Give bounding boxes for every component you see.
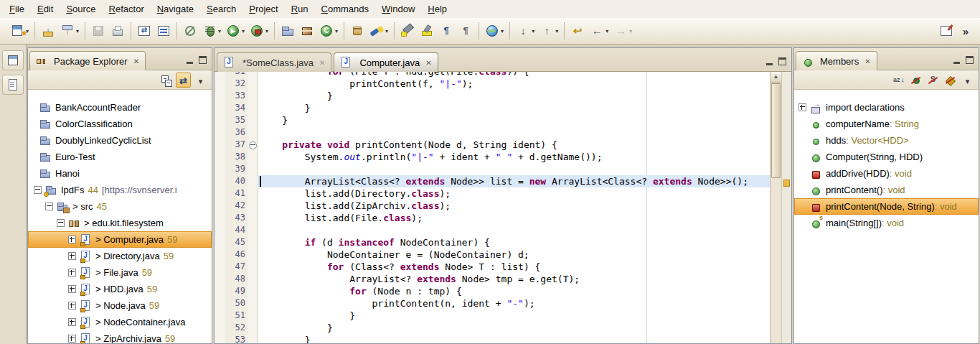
save-button[interactable] [89, 22, 108, 40]
code-line-34[interactable]: 34 } [215, 102, 770, 114]
show-formatting-button[interactable] [456, 22, 475, 40]
expander-plus-icon[interactable] [68, 236, 76, 243]
member-computername[interactable]: computerName : String [794, 116, 979, 132]
editor-scrollbar[interactable]: ▲ [770, 72, 781, 343]
new-package-button[interactable] [298, 22, 316, 40]
menu-refactor[interactable]: Refactor [103, 1, 151, 17]
menu-navigate[interactable]: Navigate [151, 1, 200, 17]
tree-item-ipdfs[interactable]: IpdFs44[https://svnserver.i [28, 182, 212, 198]
close-icon[interactable]: ✕ [319, 59, 325, 67]
mark-occurrences-button[interactable] [398, 22, 417, 40]
code-line-51[interactable]: 51 } [215, 310, 770, 322]
dropdown-arrow-icon[interactable]: ▾ [265, 28, 268, 34]
highlight-selection-button[interactable] [418, 22, 436, 40]
member-printcontent[interactable]: printContent() : void [794, 182, 979, 198]
code-line-41[interactable]: 41 list.add(Directory.class); [215, 187, 770, 200]
code-line-44[interactable]: 44 [215, 224, 770, 236]
link-with-editor-button[interactable] [176, 73, 191, 88]
hide-fields-button[interactable] [908, 73, 923, 88]
code-line-50[interactable]: 50 printContent(n, ident + "-"); [215, 297, 770, 310]
dropdown-arrow-icon[interactable]: ▾ [532, 28, 534, 34]
dropdown-arrow-icon[interactable]: ▾ [629, 28, 632, 34]
tree-item-computer-java[interactable]: > Computer.java59 [28, 231, 212, 248]
menu-help[interactable]: Help [421, 1, 453, 17]
expander-plus-icon[interactable] [68, 252, 76, 260]
code-line-48[interactable]: 48 ArrayList<? extends Node> tmp = e.get… [215, 273, 770, 285]
dropdown-arrow-icon[interactable]: ▾ [385, 28, 388, 34]
code-line-46[interactable]: 46 NodeContainer e = (NodeContainer) d; [215, 248, 770, 261]
member-main-string[interactable]: smain(String[]) : void [794, 215, 979, 231]
tree-item-hdd-java[interactable]: > HDD.java59 [28, 281, 212, 297]
external-tools-button[interactable]: ▾ [248, 22, 270, 40]
member-computer-string-hdd[interactable]: Computer(String, HDD) [794, 149, 979, 165]
run-button[interactable]: ▾ [224, 22, 247, 40]
expander-plus-icon[interactable] [68, 302, 76, 310]
scroll-up-icon[interactable]: ▲ [771, 72, 781, 83]
dropdown-arrow-icon[interactable]: ▾ [335, 28, 338, 34]
print-button[interactable] [108, 22, 127, 40]
menu-run[interactable]: Run [285, 1, 315, 17]
show-whitespace-button[interactable] [437, 22, 456, 40]
code-line-35[interactable]: 35 } [215, 114, 770, 126]
code-area[interactable]: 31 for (File f : hdd.get(File.class)) {3… [215, 72, 770, 343]
debug-button[interactable]: ▾ [200, 22, 223, 40]
view-menu-button[interactable] [193, 73, 208, 88]
expander-plus-icon[interactable] [68, 335, 76, 343]
svn-commit-button[interactable]: ▾ [58, 22, 81, 40]
search-button[interactable]: ▾ [367, 22, 390, 40]
menu-project[interactable]: Project [242, 1, 284, 17]
dropdown-arrow-icon[interactable]: ▾ [76, 28, 79, 34]
expander-plus-icon[interactable] [68, 285, 76, 293]
tree-item-doublylinkedcycliclist[interactable]: DoublyLinkedCyclicList [28, 132, 212, 149]
menu-edit[interactable]: Edit [31, 1, 60, 17]
dropdown-arrow-icon[interactable]: ▾ [606, 28, 608, 34]
hide-non-public-button[interactable] [943, 73, 958, 88]
new-class-button[interactable]: ▾ [317, 22, 340, 40]
last-edit-location-button[interactable] [568, 22, 587, 40]
package-explorer-tab[interactable]: Package Explorer ✕ [29, 51, 146, 70]
tree-item-directory-java[interactable]: > Directory.java59 [28, 248, 212, 264]
team-status-button[interactable] [154, 22, 173, 40]
code-line-38[interactable]: 38 System.out.println("|-" + ident + " "… [215, 151, 770, 163]
code-line-53[interactable]: 53 } [215, 334, 770, 343]
menu-commands[interactable]: Commands [315, 1, 375, 17]
scrollbar-thumb[interactable] [771, 83, 781, 178]
code-line-32[interactable]: 32 printContent(f, "|-"); [215, 78, 770, 90]
code-line-52[interactable]: 52 } [215, 322, 770, 334]
editor-tab-computer-java[interactable]: Computer.java✕ [334, 52, 438, 72]
minimize-icon[interactable] [765, 57, 774, 66]
tree-item-nodecontainer-java[interactable]: > NodeContainer.java [28, 314, 212, 330]
menu-source[interactable]: Source [60, 1, 102, 17]
code-line-49[interactable]: 49 for (Node n : tmp) { [215, 285, 770, 297]
close-icon[interactable]: ✕ [133, 57, 139, 65]
skip-breakpoints-button[interactable] [181, 22, 199, 40]
view-menu-button[interactable] [960, 73, 975, 88]
expander-plus-icon[interactable] [68, 269, 76, 276]
expander-minus-icon[interactable] [34, 186, 42, 194]
minimize-icon[interactable] [185, 56, 194, 65]
maximize-icon[interactable] [778, 57, 787, 66]
tree-item-src[interactable]: > src45 [28, 198, 212, 215]
tree-item-edu-kit-filesystem[interactable]: > edu.kit.filesystem [28, 215, 212, 231]
tree-item-hanoi[interactable]: Hanoi [28, 165, 212, 182]
hide-static-button[interactable] [925, 73, 941, 88]
tree-item-node-java[interactable]: > Node.java59 [28, 297, 212, 314]
dropdown-arrow-icon[interactable]: ▾ [501, 28, 504, 34]
occurrence-marker[interactable] [783, 180, 790, 187]
code-line-37[interactable]: 37 private void printContent(Node d, Str… [215, 139, 770, 151]
show-view-button[interactable] [2, 75, 24, 95]
dropdown-arrow-icon[interactable]: ▾ [242, 28, 245, 34]
expander-plus-icon[interactable] [68, 318, 76, 326]
member-adddrive-hdd[interactable]: addDrive(HDD) : void [794, 165, 979, 182]
menu-file[interactable]: File [3, 1, 31, 17]
new-java-project-button[interactable] [278, 22, 297, 40]
code-line-42[interactable]: 42 list.add(ZipArchiv.class); [215, 200, 770, 212]
dropdown-arrow-icon[interactable]: ▾ [555, 28, 558, 34]
editor-tab-someclass-java[interactable]: *SomeClass.java✕ [217, 52, 331, 72]
member-printcontent-node-string[interactable]: printContent(Node, String) : void [794, 198, 979, 215]
tree-item-euro-test[interactable]: Euro-Test [28, 149, 212, 165]
web-browser-button[interactable]: ▾ [483, 22, 506, 40]
members-tab[interactable]: Members ✕ [796, 51, 877, 70]
code-line-47[interactable]: 47 for (Class<? extends Node> T : list) … [215, 261, 770, 273]
code-line-39[interactable]: 39 [215, 163, 770, 175]
